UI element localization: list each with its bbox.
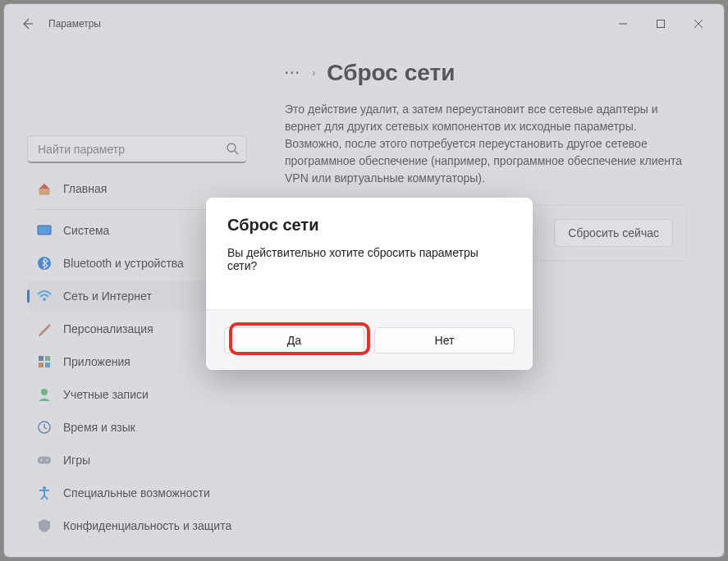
dialog-yes-button[interactable]: Да — [224, 327, 364, 353]
dialog-title: Сброс сети — [227, 216, 511, 235]
dialog-no-button[interactable]: Нет — [374, 327, 515, 353]
dialog-buttons: Да Нет — [206, 309, 533, 370]
settings-window: Параметры Главная Система — [3, 3, 725, 558]
dialog-message: Вы действительно хотите сбросить парамет… — [227, 246, 511, 272]
confirm-dialog: Сброс сети Вы действительно хотите сброс… — [206, 198, 533, 370]
